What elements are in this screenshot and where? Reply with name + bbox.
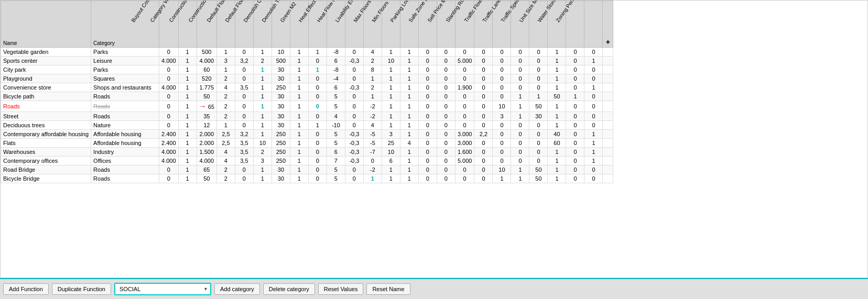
table-cell: 50 [529, 165, 548, 174]
table-cell: 0 [584, 101, 603, 112]
table-cell: 1 [308, 65, 327, 74]
table-cell: 0 [437, 157, 455, 165]
row-name: Convenience store [1, 83, 91, 92]
table-cell: 0 [308, 157, 327, 165]
table-cell: 0 [511, 148, 529, 157]
table-cell: 1 [363, 92, 382, 101]
reset-values-button[interactable]: Reset Values [318, 283, 364, 295]
table-cell: 10 [272, 48, 290, 57]
table-cell: 1 [216, 48, 235, 57]
delete-category-button[interactable]: Delete category [263, 283, 315, 295]
data-table: Name Category Buyout Cost M2Category Wei… [1, 1, 613, 183]
table-cell: 2,2 [474, 130, 493, 139]
add-category-button[interactable]: Add category [214, 283, 260, 295]
table-cell: 1.500 [197, 148, 216, 157]
table-cell-empty [603, 121, 613, 130]
table-cell: 0 [474, 57, 493, 65]
table-cell: 30 [272, 174, 290, 183]
table-cell: 1 [253, 83, 272, 92]
row-category: Affordable housing [91, 139, 159, 148]
table-cell: 0 [235, 74, 253, 83]
table-cell: 0 [511, 65, 529, 74]
table-cell: 3.000 [455, 130, 474, 139]
table-cell: 0 [235, 165, 253, 174]
table-cell: 0 [455, 112, 474, 121]
table-cell: 0 [566, 65, 584, 74]
table-cell: 0 [437, 92, 455, 101]
table-cell: 40 [548, 130, 566, 139]
table-cell: 0 [455, 92, 474, 101]
add-function-button[interactable]: Add Function [3, 283, 49, 295]
table-cell: 3 [382, 130, 400, 139]
table-cell: 0 [474, 121, 493, 130]
table-cell: 0 [493, 121, 511, 130]
reset-name-button[interactable]: Reset Name [366, 283, 410, 295]
table-cell: 1 [382, 65, 400, 74]
table-cell: 1 [584, 157, 603, 165]
table-cell: -5 [363, 130, 382, 139]
table-cell: 0 [511, 48, 529, 57]
table-cell: 1 [400, 83, 418, 92]
table-cell: 0 [529, 74, 548, 83]
table-wrapper[interactable]: Name Category Buyout Cost M2Category Wei… [0, 0, 868, 278]
table-cell: 0 [474, 83, 493, 92]
duplicate-function-button[interactable]: Duplicate Function [52, 283, 111, 295]
table-cell: 0 [437, 57, 455, 65]
table-cell: 1 [178, 139, 197, 148]
table-cell: -0,3 [345, 157, 363, 165]
table-cell: 1 [178, 112, 197, 121]
table-cell: -4 [327, 74, 345, 83]
table-cell: 8 [363, 65, 382, 74]
table-cell-empty [603, 112, 613, 121]
table-cell: 0 [345, 101, 363, 112]
row-category: Squares [91, 74, 159, 83]
table-cell: 1 [584, 57, 603, 65]
table-cell: 0 [418, 121, 437, 130]
row-category: Roads [91, 92, 159, 101]
table-cell: 1 [400, 101, 418, 112]
table-cell: 0 [235, 92, 253, 101]
table-cell: 1 [290, 92, 308, 101]
table-cell: 0 [345, 48, 363, 57]
category-select[interactable]: SOCIALPARKSLEISUREINDUSTRYOFFICESROADSNA… [114, 283, 211, 295]
category-select-wrapper[interactable]: SOCIALPARKSLEISUREINDUSTRYOFFICESROADSNA… [114, 283, 211, 295]
table-cell: 3 [216, 57, 235, 65]
table-cell: 3.000 [455, 139, 474, 148]
table-cell: 0 [308, 139, 327, 148]
table-cell: 3,5 [235, 148, 253, 157]
table-cell: -8 [327, 65, 345, 74]
table-cell: 0 [474, 101, 493, 112]
add-col-button[interactable]: + [603, 1, 613, 48]
table-cell: 6 [327, 148, 345, 157]
table-cell: 0 [418, 101, 437, 112]
bottom-bar: Add Function Duplicate Function SOCIALPA… [0, 278, 868, 299]
table-cell: -2 [363, 165, 382, 174]
table-cell: 2.400 [159, 130, 179, 139]
table-cell: -10 [327, 121, 345, 130]
table-cell: 1 [253, 48, 272, 57]
table-cell: 3,5 [235, 139, 253, 148]
table-cell: 30 [272, 74, 290, 83]
table-cell: 0 [308, 130, 327, 139]
table-cell: 1 [548, 121, 566, 130]
table-cell: 0 [511, 130, 529, 139]
table-cell: 10 [493, 101, 511, 112]
table-cell: 0 [308, 165, 327, 174]
table-cell: 0 [437, 139, 455, 148]
table-cell: 250 [272, 139, 290, 148]
table-cell: 1 [178, 83, 197, 92]
table-cell: 1 [178, 174, 197, 183]
table-cell: 1 [400, 112, 418, 121]
table-cell: 1 [382, 121, 400, 130]
col-header-name: Name [1, 1, 91, 48]
table-cell: 1 [584, 83, 603, 92]
table-cell: 0 [474, 92, 493, 101]
table-cell: 0 [529, 65, 548, 74]
table-cell: 1 [290, 121, 308, 130]
row-category: Roads [91, 174, 159, 183]
table-cell: 0 [235, 121, 253, 130]
table-cell: 0 [235, 65, 253, 74]
row-name: Road Bridge [1, 165, 91, 174]
row-name: Flats [1, 139, 91, 148]
row-category: Shops and restaurants [91, 83, 159, 92]
